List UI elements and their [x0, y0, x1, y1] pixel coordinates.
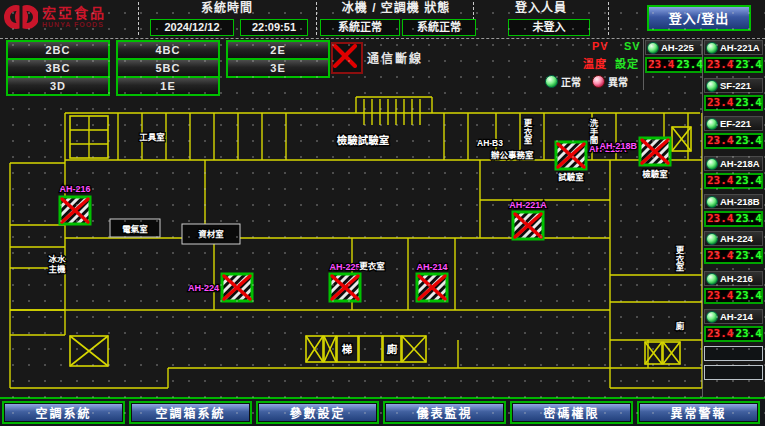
room-label: AH-B3 [477, 138, 503, 148]
sv-value: 23.4 [736, 97, 763, 109]
nav-button-ac-system[interactable]: 空調系統 [5, 404, 122, 421]
status-lamp-icon [706, 273, 718, 285]
room-label: 廁 [387, 343, 398, 355]
unit-values-ah-225: 23.4 23.4 [645, 57, 702, 73]
room-label: 更衣室 [674, 245, 684, 272]
floor-button-1e[interactable]: 1E [116, 76, 220, 96]
nav-button-parameter-settings[interactable]: 參數設定 [259, 404, 376, 421]
unit-name-label: EF-221 [720, 118, 751, 129]
header-separator [138, 2, 139, 35]
unit-name-label: AH-224 [720, 233, 753, 244]
unit-name-label: AH-218A [720, 158, 760, 169]
sv-value: 23.4 [736, 250, 763, 262]
nav-slot: 空調箱系統 [129, 401, 252, 424]
normal-lamp-icon [545, 75, 558, 88]
unit-row-ah-225[interactable]: AH-225 [645, 40, 702, 55]
floor-button-3d[interactable]: 3D [6, 76, 110, 96]
unit-row[interactable]: AH-224 [704, 231, 763, 246]
system-date-value: 2024/12/12 [150, 19, 234, 36]
room-label: 洗手間 [588, 118, 598, 145]
pv-label: PV [592, 40, 609, 52]
unit-values: 23.423.4 [704, 133, 763, 149]
sv-value: 23.4 [736, 290, 763, 302]
status-lamp-icon [706, 311, 718, 323]
status-lamp-icon [706, 80, 718, 92]
status-lamp-icon [706, 233, 718, 245]
brand-name-en: HUNYA FOODS [42, 21, 106, 29]
unit-name-label: AH-225 [661, 42, 694, 53]
unit-row[interactable]: AH-218B [704, 194, 763, 209]
ahu-marker-label: AH-221A [509, 200, 547, 210]
room-label: 冰水 [48, 254, 66, 264]
login-status-value: 未登入 [508, 19, 590, 36]
unit-values: 23.423.4 [704, 211, 763, 227]
nav-slot: 空調系統 [2, 401, 125, 424]
ahu-marker[interactable] [417, 274, 447, 301]
nav-button-meter-monitor[interactable]: 儀表監視 [386, 404, 503, 421]
sv-value: 23.4 [736, 59, 763, 71]
ahu-marker[interactable] [640, 138, 670, 165]
ahu-marker[interactable] [222, 274, 252, 301]
sv-value: 23.4 [736, 328, 763, 340]
unit-row[interactable]: SF-221 [704, 78, 763, 93]
floor-button-2bc[interactable]: 2BC [6, 40, 110, 60]
login-logout-button[interactable]: 登入/登出 [647, 5, 751, 31]
ahu-marker-label: AH-218B [599, 141, 637, 151]
panel-divider [643, 38, 644, 90]
floor-button-4bc[interactable]: 4BC [116, 40, 220, 60]
pv-value: 23.4 [707, 250, 734, 262]
status-lamp-icon [706, 196, 718, 208]
nav-button-password-authority[interactable]: 密碼權限 [513, 404, 630, 421]
ahu-marker-label: AH-216 [59, 184, 90, 194]
status-lamp-icon [706, 42, 718, 54]
floor-button-3bc[interactable]: 3BC [6, 58, 110, 78]
unit-row[interactable]: AH-216 [704, 271, 763, 286]
room-label: 電氣室 [122, 224, 148, 234]
pv-value: 23.4 [707, 135, 734, 147]
status-lamp-icon [647, 42, 659, 54]
unit-values: 23.423.4 [704, 173, 763, 189]
hmi-screen: AH-216 AH-224 AH-225 AH-214 AH-221A AH-2… [0, 0, 765, 426]
pv-value: 23.4 [707, 213, 734, 225]
ahu-marker[interactable] [330, 274, 360, 301]
room-label: 工具室 [139, 132, 165, 142]
ahu-marker[interactable] [513, 212, 543, 239]
room-label: 辦公事務室 [491, 150, 534, 160]
pv-value: 23.4 [707, 59, 734, 71]
legend-abnormal: 異常 [592, 74, 628, 89]
unit-values: 23.423.4 [704, 326, 763, 342]
ahu-marker[interactable] [60, 197, 90, 224]
brand-name: 宏亞食品 [42, 6, 106, 21]
status-lamp-icon [706, 158, 718, 170]
ahu-marker-label: AH-225 [329, 262, 360, 272]
ac-status-value: 系統正常 [402, 19, 476, 36]
room-label: 更衣室 [522, 118, 532, 145]
floor-button-2e[interactable]: 2E [226, 40, 330, 60]
unit-name-label: AH-214 [720, 311, 753, 322]
pv-value: 23.4 [707, 97, 734, 109]
normal-label: 正常 [561, 74, 581, 89]
unit-row[interactable]: AH-218A [704, 156, 763, 171]
login-person-label: 登入人員 [476, 1, 606, 16]
unit-name-label: AH-218B [720, 196, 760, 207]
machine-status-label: 冰機 / 空調機 狀態 [318, 1, 474, 16]
unit-row[interactable]: AH-221A [704, 40, 763, 55]
room-label: 廁 [676, 321, 685, 331]
nav-slot: 參數設定 [256, 401, 379, 424]
nav-button-alarm[interactable]: 異常警報 [640, 404, 757, 421]
unit-row[interactable]: AH-214 [704, 309, 763, 324]
bottom-nav-bar: 空調系統 空調箱系統 參數設定 儀表監視 密碼權限 異常警報 [0, 397, 765, 426]
ahu-marker[interactable] [556, 142, 586, 169]
pv-value: 23.4 [648, 59, 675, 71]
floor-button-5bc[interactable]: 5BC [116, 58, 220, 78]
nav-slot: 異常警報 [637, 401, 760, 424]
ahu-marker-label: AH-224 [188, 283, 219, 293]
floor-button-3e[interactable]: 3E [226, 58, 330, 78]
pv-name-label: 溫度 [583, 55, 607, 71]
comm-offline-label: 通信斷線 [367, 49, 423, 66]
unit-row[interactable]: EF-221 [704, 116, 763, 131]
nav-button-ahu-system[interactable]: 空調箱系統 [132, 404, 249, 421]
sv-name-label: 設定 [615, 55, 639, 71]
header-bar: 宏亞食品 HUNYA FOODS 系統時間 2024/12/12 22:09:5… [0, 0, 765, 39]
abnormal-label: 異常 [608, 74, 628, 89]
